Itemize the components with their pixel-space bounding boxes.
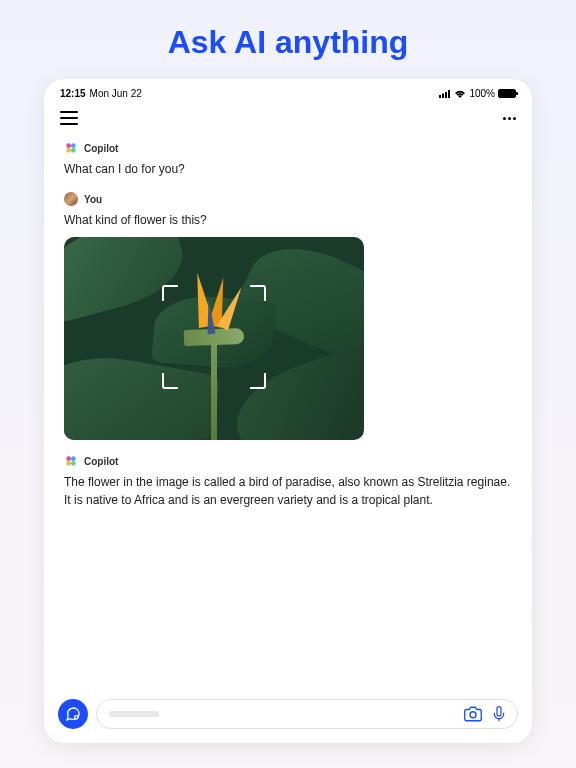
cellular-signal-icon (439, 90, 451, 98)
svg-point-10 (66, 461, 71, 466)
svg-point-9 (71, 456, 76, 461)
focus-bracket-icon (250, 285, 266, 301)
copilot-avatar-icon (64, 141, 78, 155)
device-frame: 12:15 Mon Jun 22 100% (44, 79, 532, 743)
svg-rect-3 (448, 90, 450, 98)
input-bar (44, 689, 532, 743)
svg-rect-1 (442, 93, 444, 98)
svg-rect-2 (445, 92, 447, 98)
uploaded-image[interactable] (64, 237, 364, 440)
status-date: Mon Jun 22 (90, 88, 142, 99)
focus-bracket-icon (250, 373, 266, 389)
message-input[interactable] (96, 699, 518, 729)
chat-area: Copilot What can I do for you? You What … (44, 133, 532, 689)
camera-icon[interactable] (463, 704, 483, 724)
battery-percent: 100% (469, 88, 495, 99)
svg-point-13 (470, 712, 476, 718)
new-chat-button[interactable] (58, 699, 88, 729)
more-options-icon[interactable] (503, 117, 516, 120)
user-message: You What kind of flower is this? (64, 192, 512, 440)
message-text: What kind of flower is this? (64, 211, 512, 229)
user-avatar-icon (64, 192, 78, 206)
message-text: What can I do for you? (64, 160, 512, 178)
page-headline: Ask AI anything (0, 0, 576, 79)
message-text: The flower in the image is called a bird… (64, 473, 512, 509)
copilot-avatar-icon (64, 454, 78, 468)
menu-icon[interactable] (60, 111, 78, 125)
svg-rect-0 (439, 95, 441, 98)
svg-point-7 (71, 148, 76, 153)
app-header (44, 103, 532, 133)
microphone-icon[interactable] (489, 704, 509, 724)
svg-point-8 (66, 456, 71, 461)
wifi-icon (454, 89, 466, 98)
svg-point-11 (71, 461, 76, 466)
status-time: 12:15 (60, 88, 86, 99)
sender-label: Copilot (84, 456, 118, 467)
focus-bracket-icon (162, 285, 178, 301)
svg-point-5 (71, 143, 76, 148)
status-bar: 12:15 Mon Jun 22 100% (44, 79, 532, 103)
assistant-message: Copilot The flower in the image is calle… (64, 454, 512, 509)
input-placeholder (109, 711, 159, 717)
sender-label: You (84, 194, 102, 205)
sender-label: Copilot (84, 143, 118, 154)
focus-bracket-icon (162, 373, 178, 389)
battery-icon (498, 89, 516, 98)
assistant-message: Copilot What can I do for you? (64, 141, 512, 178)
svg-point-4 (66, 143, 71, 148)
svg-point-6 (66, 148, 71, 153)
